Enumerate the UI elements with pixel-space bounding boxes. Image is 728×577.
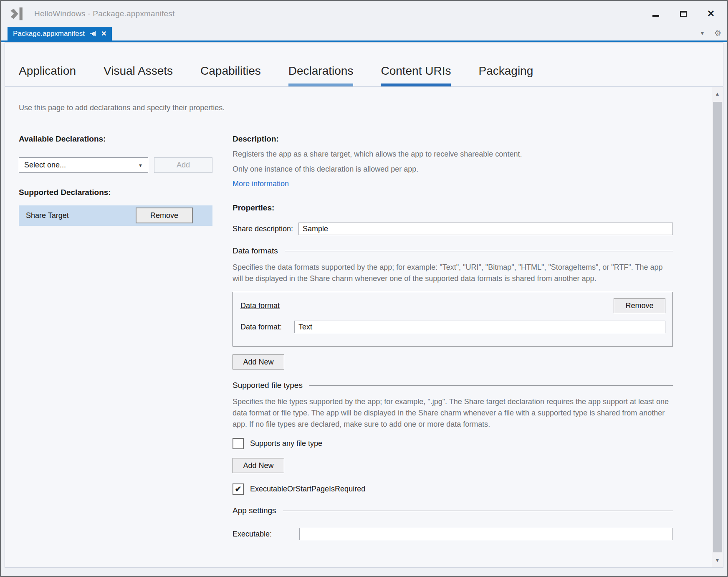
scroll-down-icon[interactable]: ▼ [712, 553, 723, 567]
executable-required-row: ✔ ExecutableOrStartPageIsRequired [233, 483, 673, 495]
supported-declaration-row[interactable]: Share Target Remove [19, 205, 212, 226]
data-formats-title: Data formats [233, 246, 278, 256]
description-heading: Description: [233, 134, 673, 144]
share-description-row: Share description: [233, 223, 673, 235]
gear-icon[interactable]: ⚙ [714, 29, 721, 37]
page-intro: Use this page to add declarations and sp… [19, 104, 712, 112]
tab-close-icon[interactable]: ✕ [101, 30, 106, 37]
data-format-label: Data format: [240, 323, 294, 332]
add-declaration-button[interactable]: Add [154, 157, 212, 173]
data-format-group-top: Data format Remove [240, 298, 665, 313]
pin-icon[interactable] [90, 31, 96, 37]
tab-content-uris[interactable]: Content URIs [381, 64, 451, 86]
scrollbar-thumb[interactable] [713, 102, 722, 552]
maximize-icon [680, 11, 687, 17]
share-description-label: Share description: [233, 225, 298, 233]
add-new-data-format-button[interactable]: Add New [233, 354, 284, 369]
minimize-button[interactable] [651, 9, 660, 18]
window-controls: ✕ [651, 9, 715, 18]
supports-any-file-type-checkbox[interactable]: ✔ [233, 438, 244, 449]
supports-any-file-type-label: Supports any file type [250, 439, 322, 448]
dropdown-arrow-icon: ▼ [138, 163, 143, 168]
more-information-link[interactable]: More information [233, 180, 289, 188]
executable-required-checkbox[interactable]: ✔ [233, 483, 244, 495]
minimize-icon [652, 15, 659, 17]
tab-packaging[interactable]: Packaging [478, 64, 533, 86]
supports-any-file-type-row: ✔ Supports any file type [233, 438, 673, 449]
app-settings-rule [283, 511, 673, 511]
data-formats-section-head: Data formats [233, 246, 673, 256]
supported-file-types-rule [309, 385, 673, 386]
close-icon: ✕ [707, 9, 715, 18]
close-button[interactable]: ✕ [706, 9, 715, 18]
window-list-chevron-icon[interactable]: ▼ [700, 30, 705, 36]
available-declarations-heading: Available Declarations: [19, 134, 233, 144]
properties-heading: Properties: [233, 203, 673, 213]
supported-file-types-title: Supported file types [233, 381, 303, 390]
tab-capabilities[interactable]: Capabilities [200, 64, 261, 86]
declaration-select-value: Select one... [24, 161, 66, 170]
executable-required-label: ExecutableOrStartPageIsRequired [250, 485, 365, 493]
add-new-file-type-button[interactable]: Add New [233, 458, 284, 473]
supported-declaration-name: Share Target [26, 211, 69, 220]
declarations-page: Use this page to add declarations and sp… [5, 87, 723, 567]
supported-declarations-heading: Supported Declarations: [19, 188, 233, 197]
manifest-tab-bar: Application Visual Assets Capabilities D… [5, 43, 723, 87]
scroll-up-icon[interactable]: ▲ [712, 87, 723, 101]
app-settings-section-head: App settings [233, 506, 673, 515]
description-line-2: Only one instance of this declaration is… [233, 165, 673, 174]
app-settings-title: App settings [233, 506, 276, 515]
visual-studio-logo-icon [9, 7, 24, 20]
executable-label: Executable: [233, 530, 299, 539]
vs-window: HelloWindows - Package.appxmanifest ✕ Pa… [0, 0, 728, 577]
title-bar: HelloWindows - Package.appxmanifest ✕ [1, 1, 727, 27]
executable-input[interactable] [299, 528, 673, 540]
declarations-content: Use this page to add declarations and sp… [5, 87, 712, 567]
data-format-input[interactable] [294, 321, 665, 333]
checkmark-icon: ✔ [235, 485, 242, 493]
data-format-field-row: Data format: [240, 321, 665, 333]
columns: Available Declarations: Select one... ▼ … [19, 134, 712, 540]
tab-strip-tools: ▼ ⚙ [700, 29, 721, 37]
maximize-button[interactable] [679, 9, 688, 18]
description-line-1: Registers the app as a share target, whi… [233, 150, 673, 159]
window-title: HelloWindows - Package.appxmanifest [34, 9, 175, 18]
right-panel: Description: Registers the app as a shar… [233, 134, 673, 540]
data-format-item-title[interactable]: Data format [240, 301, 280, 310]
declaration-select[interactable]: Select one... ▼ [19, 157, 148, 173]
document-tab-strip: Package.appxmanifest ✕ ▼ ⚙ [1, 27, 727, 42]
remove-declaration-button[interactable]: Remove [136, 208, 193, 223]
available-declarations-row: Select one... ▼ Add [19, 157, 233, 173]
tab-application[interactable]: Application [19, 64, 76, 86]
executable-row: Executable: [233, 528, 673, 540]
data-formats-description: Specifies the data formats supported by … [233, 262, 673, 284]
vertical-scrollbar[interactable]: ▲ ▼ [712, 87, 723, 567]
remove-data-format-button[interactable]: Remove [614, 298, 665, 313]
data-formats-rule [285, 251, 673, 251]
supported-file-types-section-head: Supported file types [233, 381, 673, 390]
tab-declarations[interactable]: Declarations [288, 64, 354, 86]
manifest-designer: Application Visual Assets Capabilities D… [5, 42, 723, 568]
supported-file-types-description: Specifies the file types supported by th… [233, 396, 673, 430]
share-description-input[interactable] [298, 223, 673, 235]
document-tab[interactable]: Package.appxmanifest ✕ [8, 27, 112, 40]
document-tab-label: Package.appxmanifest [13, 30, 85, 38]
tab-visual-assets[interactable]: Visual Assets [104, 64, 173, 86]
left-panel: Available Declarations: Select one... ▼ … [19, 134, 233, 540]
data-format-group: Data format Remove Data format: [233, 292, 673, 347]
